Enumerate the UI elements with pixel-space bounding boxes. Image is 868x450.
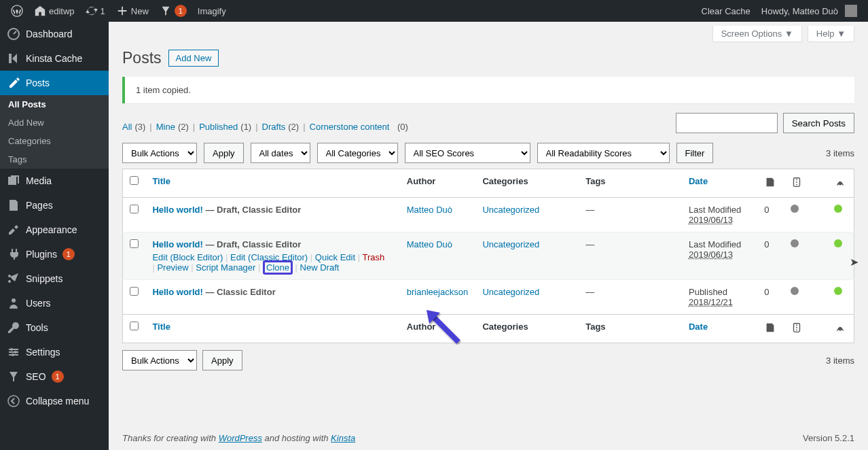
svg-point-13 (796, 184, 797, 186)
sidebar-item-seo[interactable]: SEO 1 (0, 364, 109, 389)
category-link[interactable]: Uncategorized (482, 239, 539, 249)
wp-logo[interactable] (5, 0, 29, 22)
select-all-checkbox[interactable] (130, 176, 139, 185)
svg-point-16 (796, 327, 797, 328)
collapse-menu[interactable]: Collapse menu (0, 389, 109, 413)
col-title-footer[interactable]: Title (152, 322, 170, 332)
table-row: Hello world! — Draft, Classic Editor Mat… (123, 198, 854, 232)
avatar (845, 5, 857, 17)
row-checkbox[interactable] (130, 239, 139, 248)
svg-point-9 (8, 396, 19, 406)
svg-point-17 (796, 330, 797, 331)
updates[interactable]: 1 (80, 0, 111, 22)
categories-filter[interactable]: All Categories (317, 143, 398, 163)
posts-table: Title Author Categories Tags Date Hello … (122, 169, 854, 343)
readability-filter[interactable]: All Readability Scores (537, 143, 670, 163)
bulk-actions-select[interactable]: Bulk Actions (122, 143, 197, 163)
screen-options-toggle[interactable]: Screen Options ▼ (712, 26, 802, 42)
bulk-apply-button[interactable]: Apply (204, 143, 244, 163)
view-all[interactable]: All (122, 122, 132, 132)
author-link[interactable]: Matteo Duò (407, 239, 452, 249)
sidebar-item-plugins[interactable]: Plugins 1 (0, 242, 109, 266)
posts-submenu: All Posts Add New Categories Tags (0, 95, 109, 169)
view-drafts[interactable]: Drafts (262, 122, 286, 132)
submenu-all-posts[interactable]: All Posts (0, 95, 109, 114)
author-link[interactable]: brianleejackson (407, 287, 468, 297)
imagify-menu[interactable]: Imagify (192, 0, 232, 22)
view-published[interactable]: Published (199, 122, 238, 132)
sidebar-item-posts[interactable]: Posts (0, 71, 109, 95)
add-new-button[interactable]: Add New (168, 50, 219, 67)
col-categories: Categories (475, 169, 579, 198)
svg-point-6 (10, 348, 13, 351)
new-draft-link[interactable]: New Draft (300, 262, 340, 273)
item-count: 3 items (826, 148, 854, 158)
bulk-actions-select-bottom[interactable]: Bulk Actions (122, 350, 197, 370)
view-cornerstone[interactable]: Cornerstone content (310, 122, 390, 132)
sidebar-item-snippets[interactable]: Snippets (0, 266, 109, 291)
item-count-bottom: 3 items (826, 356, 854, 366)
cornerstone-icon (764, 322, 776, 334)
post-title-link[interactable]: Hello world! (152, 239, 202, 249)
quick-edit-link[interactable]: Quick Edit (315, 252, 355, 262)
wordpress-link[interactable]: WordPress (219, 433, 262, 443)
preview-link[interactable]: Preview (157, 262, 188, 273)
category-link[interactable]: Uncategorized (482, 205, 539, 215)
col-tags: Tags (579, 169, 682, 198)
kinsta-link[interactable]: Kinsta (331, 433, 355, 443)
seo-dot (791, 205, 799, 213)
svg-point-11 (796, 179, 797, 181)
seo-icon (791, 176, 803, 188)
submenu-categories[interactable]: Categories (0, 132, 109, 150)
author-link[interactable]: Matteo Duò (407, 205, 452, 215)
view-filters: All (3) | Mine (2) | Published (1) | Dra… (122, 122, 408, 132)
svg-point-12 (796, 181, 797, 183)
yoast-menu[interactable]: 1 (154, 0, 192, 22)
seo-icon (791, 322, 803, 334)
clear-cache[interactable]: Clear Cache (696, 0, 756, 22)
sidebar-item-media[interactable]: Media (0, 169, 109, 193)
trash-link[interactable]: Trash (362, 252, 384, 262)
col-date[interactable]: Date (689, 176, 708, 186)
readability-dot (834, 205, 842, 213)
sidebar-item-kinsta[interactable]: Kinsta Cache (0, 46, 109, 71)
site-name[interactable]: editwp (29, 0, 80, 22)
col-title[interactable]: Title (152, 176, 170, 186)
row-actions: Edit (Block Editor) | Edit (Classic Edit… (152, 252, 393, 273)
howdy-account[interactable]: Howdy, Matteo Duò (756, 0, 863, 22)
clone-link[interactable]: Clone (266, 262, 289, 273)
sidebar-item-pages[interactable]: Pages (0, 193, 109, 218)
help-toggle[interactable]: Help ▼ (808, 26, 854, 42)
row-checkbox[interactable] (130, 205, 139, 213)
sidebar-item-dashboard[interactable]: Dashboard (0, 22, 109, 46)
post-title-link[interactable]: Hello world! (152, 205, 202, 215)
search-input[interactable] (676, 113, 778, 133)
cornerstone-icon (764, 176, 776, 188)
script-manager-link[interactable]: Script Manager (196, 262, 255, 273)
sidebar-item-appearance[interactable]: Appearance (0, 218, 109, 242)
svg-point-8 (12, 353, 14, 356)
sidebar-item-settings[interactable]: Settings (0, 340, 109, 364)
select-all-checkbox-footer[interactable] (130, 322, 139, 330)
sidebar-item-tools[interactable]: Tools (0, 315, 109, 340)
col-author: Author (400, 169, 476, 198)
search-button[interactable]: Search Posts (783, 113, 854, 133)
filter-button[interactable]: Filter (676, 143, 714, 163)
version: Version 5.2.1 (803, 433, 854, 443)
submenu-tags[interactable]: Tags (0, 150, 109, 169)
row-checkbox[interactable] (130, 287, 139, 296)
seo-filter[interactable]: All SEO Scores (405, 143, 530, 163)
dates-filter[interactable]: All dates (251, 143, 310, 163)
sidebar-item-users[interactable]: Users (0, 291, 109, 315)
readability-icon (834, 176, 846, 188)
edit-block-link[interactable]: Edit (Block Editor) (152, 252, 223, 262)
bulk-apply-button-bottom[interactable]: Apply (202, 350, 242, 370)
col-date-footer[interactable]: Date (689, 322, 708, 332)
seo-dot (791, 239, 799, 247)
view-mine[interactable]: Mine (156, 122, 175, 132)
submenu-add-new[interactable]: Add New (0, 114, 109, 132)
footer: Thanks for creating with WordPress and h… (122, 433, 854, 443)
new-content[interactable]: New (111, 0, 154, 22)
post-title-link[interactable]: Hello world! (152, 287, 202, 297)
category-link[interactable]: Uncategorized (482, 287, 539, 297)
